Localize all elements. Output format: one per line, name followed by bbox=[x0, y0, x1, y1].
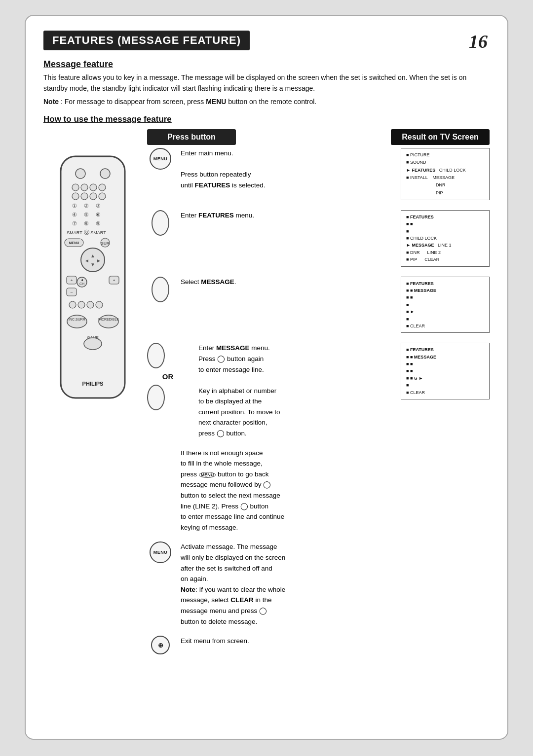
step4-block: OR Enter MESSAGE menu. Press ◯ button ag… bbox=[147, 343, 490, 438]
step1-result: ■ PICTURE ■ SOUND ► FEATURES CHILD LOCK … bbox=[401, 148, 490, 200]
svg-text:⑥: ⑥ bbox=[96, 212, 101, 217]
step7-block: ⊕ Exit menu from screen. bbox=[147, 636, 490, 654]
step2-block: Enter FEATURES menu. ■ FEATURES ■ ■ ■ ■ … bbox=[147, 210, 490, 268]
svg-point-8 bbox=[81, 193, 88, 200]
svg-text:CH: CH bbox=[79, 282, 84, 286]
svg-point-3 bbox=[72, 184, 79, 191]
oval-button-2-icon bbox=[152, 277, 169, 302]
svg-text:①: ① bbox=[72, 203, 77, 209]
step6-block: MENU Activate message. The message will … bbox=[147, 541, 490, 627]
step2-result: ■ FEATURES ■ ■ ■ ■ CHILD LOCK ► MESSAGE … bbox=[401, 210, 490, 267]
howto-title: How to use the message feature bbox=[43, 114, 490, 124]
exit-button-icon: ⊕ bbox=[151, 636, 170, 654]
step3-text: Select MESSAGE. bbox=[181, 277, 394, 288]
svg-text:⑦: ⑦ bbox=[72, 220, 77, 226]
intro-text: This feature allows you to key in a mess… bbox=[43, 72, 490, 94]
svg-text:⑧: ⑧ bbox=[84, 220, 89, 226]
step2-text: Enter FEATURES menu. bbox=[181, 210, 394, 221]
remote-svg: ① ② ③ ④ ⑤ ⑥ ⑦ ⑧ ⑨ SMART ⓪ SMART MENU SUR… bbox=[51, 154, 135, 410]
menu-button-2-icon: MENU bbox=[150, 541, 171, 563]
step1-block: MENU Enter main menu. Press button repea… bbox=[147, 148, 490, 201]
svg-point-43 bbox=[87, 301, 94, 308]
svg-text:▲: ▲ bbox=[90, 253, 95, 258]
svg-text:INC.SURR: INC.SURR bbox=[69, 318, 85, 321]
page: 16 FEATURES (MESSAGE FEATURE) Message fe… bbox=[25, 15, 508, 740]
svg-text:⑤: ⑤ bbox=[84, 212, 89, 217]
svg-text:SMART: SMART bbox=[67, 230, 82, 235]
svg-point-5 bbox=[90, 184, 97, 191]
step6-btn: MENU bbox=[147, 541, 174, 563]
svg-text:–: – bbox=[71, 290, 73, 294]
page-number: 16 bbox=[469, 31, 488, 52]
note-text: Note : For message to disappear from scr… bbox=[43, 97, 490, 108]
svg-point-2 bbox=[100, 169, 110, 179]
svg-text:+: + bbox=[113, 278, 115, 283]
svg-point-10 bbox=[99, 193, 106, 200]
step1-btn: MENU bbox=[147, 148, 174, 170]
svg-text:INCREDIBLE: INCREDIBLE bbox=[98, 318, 119, 321]
step4-text: Enter MESSAGE menu. Press ◯ button again… bbox=[198, 343, 394, 438]
svg-point-45 bbox=[67, 315, 87, 328]
menu-button-icon: MENU bbox=[150, 148, 171, 170]
svg-point-9 bbox=[90, 193, 97, 200]
svg-point-41 bbox=[69, 301, 76, 308]
step5-text: If there is not enough space to fill in … bbox=[181, 448, 490, 533]
svg-text:PHILIPS: PHILIPS bbox=[82, 381, 104, 387]
svg-text:②: ② bbox=[84, 203, 89, 209]
svg-text:SUR: SUR bbox=[101, 241, 110, 246]
step4-result: ■ FEATURES ■ ■ MESSAGE ■ ■ ■ ■ ■ ■ G ► ■… bbox=[401, 343, 490, 399]
svg-text:◄: ◄ bbox=[80, 278, 84, 282]
instructions-col: Press button Result on TV Screen MENU En… bbox=[142, 129, 490, 663]
svg-text:►: ► bbox=[96, 258, 101, 263]
svg-text:▼: ▼ bbox=[90, 262, 95, 267]
step4-btn-group: OR bbox=[147, 343, 191, 410]
remote-col: ① ② ③ ④ ⑤ ⑥ ⑦ ⑧ ⑨ SMART ⓪ SMART MENU SUR… bbox=[43, 129, 142, 663]
svg-point-50 bbox=[84, 338, 102, 350]
step3-result: ■ FEATURES ■ ■ MESSAGE ■ ■ ■ ■ ► ■ ■ CLE… bbox=[401, 277, 490, 333]
svg-point-1 bbox=[76, 169, 85, 179]
svg-text:⓪: ⓪ bbox=[84, 229, 89, 235]
svg-text:⑨: ⑨ bbox=[96, 220, 101, 226]
page-header: FEATURES (MESSAGE FEATURE) bbox=[43, 31, 250, 50]
step3-btn bbox=[147, 277, 174, 302]
step6-text: Activate message. The message will only … bbox=[181, 541, 490, 627]
main-layout: ① ② ③ ④ ⑤ ⑥ ⑦ ⑧ ⑨ SMART ⓪ SMART MENU SUR… bbox=[43, 129, 490, 663]
step2-btn bbox=[147, 210, 174, 236]
svg-point-44 bbox=[96, 301, 103, 308]
svg-point-42 bbox=[78, 301, 85, 308]
svg-point-47 bbox=[99, 315, 118, 328]
or-label: OR bbox=[162, 372, 174, 381]
step7-text: Exit menu from screen. bbox=[181, 636, 490, 647]
press-btn-header: Press button bbox=[147, 129, 236, 145]
svg-text:SMART: SMART bbox=[90, 230, 106, 235]
svg-point-7 bbox=[72, 193, 79, 200]
oval-button-3-icon bbox=[147, 343, 165, 368]
step5-block: If there is not enough space to fill in … bbox=[147, 448, 490, 533]
step7-btn: ⊕ bbox=[147, 636, 174, 654]
svg-text:+: + bbox=[71, 278, 73, 283]
oval-button-4-icon bbox=[147, 385, 165, 410]
svg-text:④: ④ bbox=[72, 212, 77, 217]
step3-block: Select MESSAGE. ■ FEATURES ■ ■ MESSAGE ■… bbox=[147, 277, 490, 334]
section-title: Message feature bbox=[43, 59, 490, 70]
svg-text:◄: ◄ bbox=[84, 258, 89, 263]
svg-point-6 bbox=[99, 184, 106, 191]
oval-button-icon bbox=[152, 210, 169, 236]
svg-point-4 bbox=[81, 184, 88, 191]
svg-text:③: ③ bbox=[96, 203, 101, 209]
step1-text: Enter main menu. Press button repeatedly… bbox=[181, 148, 394, 190]
result-header: Result on TV Screen bbox=[391, 129, 490, 145]
col-headers: Press button Result on TV Screen bbox=[147, 129, 490, 145]
svg-text:MENU: MENU bbox=[69, 241, 79, 245]
